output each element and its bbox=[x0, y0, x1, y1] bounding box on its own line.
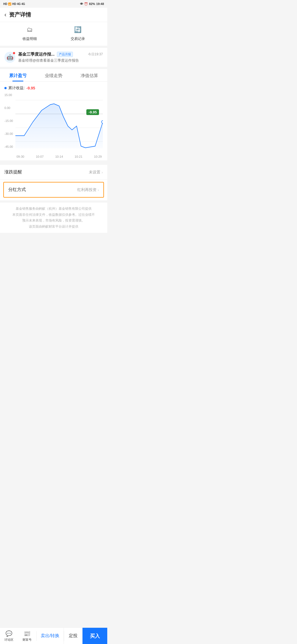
x-label-4: 10-21 bbox=[75, 155, 82, 158]
chart-container: 15.00 0.00 -15.00 -30.00 -45.00 bbox=[4, 93, 103, 154]
line-chart-svg bbox=[15, 93, 103, 148]
time-display: 19:48 bbox=[96, 2, 104, 6]
y-label-2: 0.00 bbox=[4, 106, 13, 110]
legend-dot bbox=[4, 87, 7, 89]
news-time: 今日19:37 bbox=[88, 52, 103, 57]
disclaimer-line-2: 本页面非任何法律文件，收益数据仅供参考。过往业绩不 bbox=[6, 212, 102, 218]
disclaimer-line-1: 基金销售服务由蚂蚁（杭州）基金销售有限公司提供 bbox=[6, 206, 102, 212]
alert-value-group: 未设置 › bbox=[89, 170, 103, 175]
y-label-4: -30.00 bbox=[4, 132, 13, 135]
dividend-section[interactable]: 分红方式 红利再投资 › bbox=[3, 182, 104, 198]
status-left: HD 📶 HD 4G 4G bbox=[3, 2, 25, 6]
quick-actions-row: 🗂 收益明细 🔄 交易记录 bbox=[0, 22, 107, 48]
status-right: 👁 ⏰ 82% 19:48 bbox=[80, 2, 104, 6]
news-card[interactable]: 🤖 基金三季度运作报... 产品月报 今日19:37 基金经理@你查看基金三季度… bbox=[0, 48, 107, 69]
price-tooltip: -9.95 bbox=[86, 109, 99, 115]
eye-icon: 👁 bbox=[80, 2, 83, 6]
chart-tabs: 累计盈亏 业绩走势 净值估算 bbox=[0, 69, 107, 82]
news-header-row: 基金三季度运作报... 产品月报 今日19:37 bbox=[18, 52, 103, 57]
status-bar: HD 📶 HD 4G 4G 👁 ⏰ 82% 19:48 bbox=[0, 0, 107, 8]
transaction-label: 交易记录 bbox=[71, 36, 85, 41]
network-indicator: HD bbox=[3, 2, 7, 6]
alert-chevron: › bbox=[101, 170, 103, 174]
news-description: 基金经理@你查看基金三季度运作报告 bbox=[18, 58, 103, 63]
page-header: ‹ 资产详情 bbox=[0, 8, 107, 22]
x-label-1: 09-30 bbox=[16, 155, 24, 158]
news-title: 基金三季度运作报... bbox=[18, 52, 55, 57]
legend-label: 累计收益: bbox=[8, 86, 25, 91]
chart-endpoint bbox=[101, 121, 103, 123]
dividend-value: 红利再投资 bbox=[77, 187, 97, 192]
y-label-3: -15.00 bbox=[4, 119, 13, 122]
y-label-5: -45.00 bbox=[4, 145, 13, 148]
back-button[interactable]: ‹ bbox=[4, 11, 6, 18]
disclaimer-line-3: 预示未来表现，市场有风险，投资需谨慎。 bbox=[6, 218, 102, 224]
dividend-wrapper: 分红方式 红利再投资 › bbox=[0, 180, 107, 200]
battery-level: 82% bbox=[89, 2, 95, 6]
page-title: 资产详情 bbox=[9, 11, 31, 18]
news-avatar: 🤖 bbox=[4, 52, 15, 63]
tab-nav-estimate[interactable]: 净值估算 bbox=[72, 69, 107, 81]
y-label-1: 15.00 bbox=[4, 93, 13, 97]
signal-icon: 📶 bbox=[8, 2, 11, 6]
y-axis-labels: 15.00 0.00 -15.00 -30.00 -45.00 bbox=[4, 93, 13, 148]
chart-section: 累计收益: -9.95 15.00 0.00 -15.00 -30.00 -45… bbox=[0, 82, 107, 163]
alert-label: 涨跌提醒 bbox=[4, 169, 22, 175]
tab-performance-trend[interactable]: 业绩走势 bbox=[36, 69, 72, 81]
alert-value: 未设置 bbox=[89, 170, 100, 175]
network-type: HD 4G 4G bbox=[12, 2, 25, 6]
disclaimer-section: 基金销售服务由蚂蚁（杭州）基金销售有限公司提供 本页面非任何法律文件，收益数据仅… bbox=[0, 200, 107, 233]
earnings-label: 收益明细 bbox=[23, 36, 37, 41]
legend-value: -9.95 bbox=[26, 86, 35, 90]
x-axis-labels: 09-30 10-07 10-14 10-21 10-29 bbox=[15, 155, 103, 158]
dividend-label: 分红方式 bbox=[8, 187, 26, 193]
disclaimer-line-4: 该页面由蚂蚁财富平台设计并提供 bbox=[6, 224, 102, 230]
action-earnings-detail[interactable]: 🗂 收益明细 bbox=[23, 25, 37, 41]
transaction-icon: 🔄 bbox=[73, 25, 83, 35]
action-transaction-record[interactable]: 🔄 交易记录 bbox=[71, 25, 85, 41]
x-label-2: 10-07 bbox=[36, 155, 43, 158]
news-content: 基金三季度运作报... 产品月报 今日19:37 基金经理@你查看基金三季度运作… bbox=[18, 52, 103, 63]
dividend-chevron: › bbox=[98, 188, 99, 192]
x-label-3: 10-14 bbox=[55, 155, 63, 158]
earnings-icon: 🗂 bbox=[25, 25, 35, 35]
chart-legend: 累计收益: -9.95 bbox=[4, 86, 103, 91]
alert-section[interactable]: 涨跌提醒 未设置 › bbox=[0, 165, 107, 180]
tab-cumulative-profit[interactable]: 累计盈亏 bbox=[0, 69, 36, 81]
news-tag: 产品月报 bbox=[57, 52, 73, 57]
unread-dot bbox=[13, 52, 15, 54]
x-label-5: 10-29 bbox=[94, 155, 102, 158]
alarm-icon: ⏰ bbox=[84, 2, 88, 6]
dividend-value-group: 红利再投资 › bbox=[77, 187, 99, 192]
